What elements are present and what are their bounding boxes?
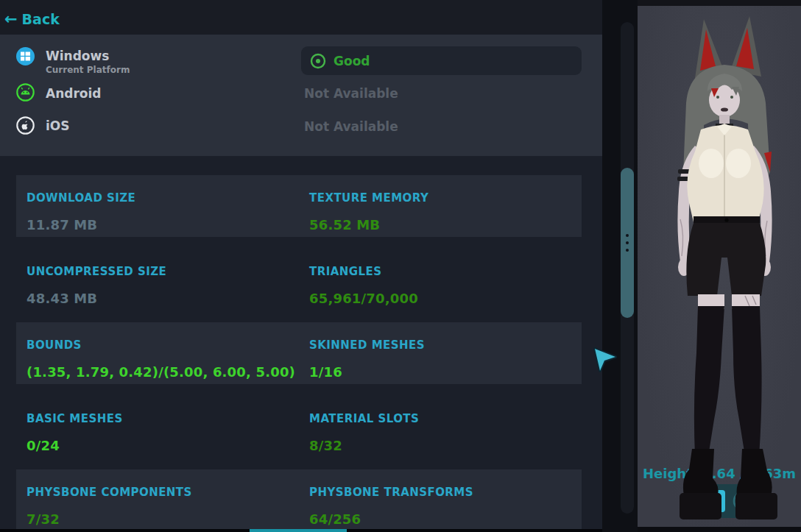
stat-basic-meshes: BASIC MESHES 0/24 [27,396,299,453]
status-ring-icon [310,53,326,69]
apple-logo-icon [16,116,35,135]
platform-status: Not Available [304,86,398,101]
platform-status: Not Available [304,119,398,134]
stat-triangles: TRIANGLES 65,961/70,000 [309,249,582,306]
stat-bounds: BOUNDS (1.35, 1.79, 0.42)/(5.00, 6.00, 5… [27,322,299,380]
grip-dot [626,249,629,252]
avatar-preview-panel[interactable]: Height: 1.64 / 1.63m [638,0,801,532]
windows-logo-icon [16,47,35,65]
grip-dot [626,241,629,244]
stat-texture-memory: TEXTURE MEMORY 56.52 MB [309,175,582,233]
avatar-render [638,6,801,527]
stat-download-size: DOWNLOAD SIZE 11.87 MB [27,175,299,233]
platform-panel: Windows Current Platform Good Android No… [0,35,602,156]
scroll-gutter [602,0,638,532]
back-arrow-icon: ← [4,12,18,27]
stats-row-bounds: BOUNDS (1.35, 1.79, 0.42)/(5.00, 6.00, 5… [16,322,582,384]
panel-bottom-strip [638,527,801,532]
performance-rank-label: Good [334,54,370,68]
stat-physbone-transforms: PHYSBONE TRANSFORMS 64/256 [309,469,582,527]
stat-skinned-meshes: SKINNED MESHES 1/16 [309,322,582,380]
grip-dot [626,234,629,237]
platform-name: Android [46,86,102,101]
stat-physbone-components: PHYSBONE COMPONENTS 7/32 [27,469,299,527]
stat-material-slots: MATERIAL SLOTS 8/32 [309,396,582,453]
panel-top-strip [638,0,801,6]
performance-rank-badge: Good [301,46,582,75]
stats-row-uncompressed: UNCOMPRESSED SIZE 48.43 MB TRIANGLES 65,… [16,249,582,311]
platform-subtitle: Current Platform [46,65,130,75]
platform-name: Windows [46,49,109,63]
horizontal-scrollbar-track[interactable] [0,529,602,532]
vertical-scrollbar-track[interactable] [621,22,634,514]
horizontal-scrollbar-handle[interactable] [250,529,347,532]
stats-row-physbones: PHYSBONE COMPONENTS 7/32 PHYSBONE TRANSF… [16,469,582,532]
top-bar: ← Back [0,0,602,35]
back-label: Back [22,11,60,27]
avatar-details-screen: ← Back Windows Current Platform Good [0,0,801,532]
stats-row-size: DOWNLOAD SIZE 11.87 MB TEXTURE MEMORY 56… [16,175,582,237]
stat-uncompressed-size: UNCOMPRESSED SIZE 48.43 MB [27,249,299,306]
stats-row-meshes: BASIC MESHES 0/24 MATERIAL SLOTS 8/32 [16,396,582,458]
android-robot-icon [16,83,35,102]
vertical-scrollbar-handle[interactable] [621,168,634,318]
platform-name: iOS [46,118,70,133]
back-button[interactable]: ← Back [4,11,60,27]
